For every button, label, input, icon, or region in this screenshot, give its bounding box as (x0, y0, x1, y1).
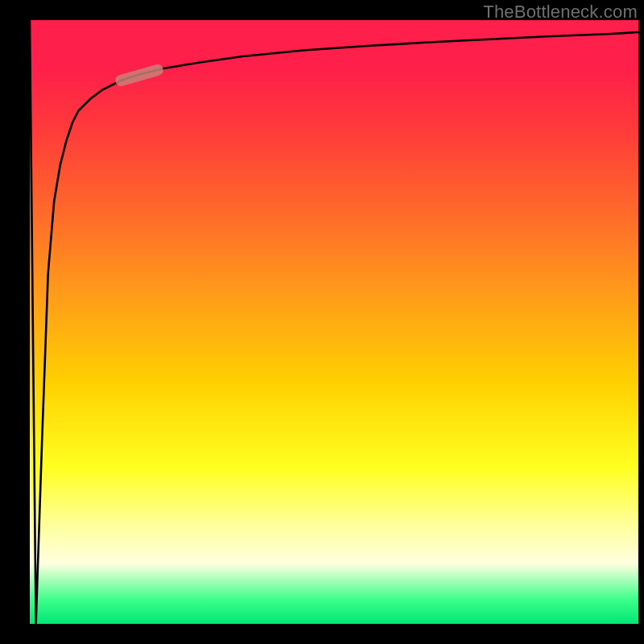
plot-area (30, 20, 638, 624)
chart-stage: TheBottleneck.com (0, 0, 644, 644)
